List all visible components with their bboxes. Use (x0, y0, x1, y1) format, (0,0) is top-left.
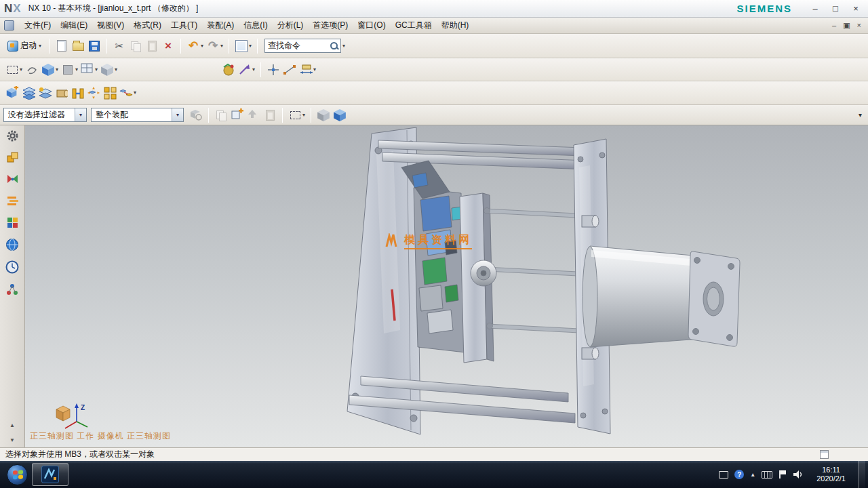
chevron-down-icon[interactable]: ▾ (75, 67, 78, 73)
help-icon[interactable]: ? (734, 470, 744, 479)
new-file-button[interactable] (54, 38, 70, 54)
true-shading-button[interactable] (220, 62, 237, 78)
mdi-close-button[interactable]: × (857, 21, 861, 30)
menu-item-help[interactable]: 帮助(H) (437, 18, 474, 33)
model-tie-bars[interactable] (484, 208, 580, 333)
copy-selection-button[interactable] (262, 107, 278, 123)
start-menu-button[interactable]: 启动 ▾ (4, 39, 45, 53)
view-orientation-button[interactable]: ▾ (99, 62, 119, 78)
measure-distance-button[interactable]: ▾ (298, 62, 317, 78)
mdi-restore-button[interactable]: ▣ (843, 21, 850, 30)
chevron-down-icon[interactable]: ▾ (134, 90, 136, 96)
view-triad[interactable]: Z (52, 400, 92, 432)
nx-taskbar-button[interactable] (32, 463, 68, 486)
hidden-icons-arrow-icon[interactable]: ▲ (750, 472, 755, 478)
cut-button[interactable]: ✂ (111, 38, 127, 54)
menu-item-window[interactable]: 窗口(O) (353, 18, 390, 33)
model-motor-flange[interactable] (688, 251, 740, 346)
snap-end-button[interactable] (281, 62, 298, 78)
component-group-button[interactable] (37, 85, 53, 101)
menu-item-information[interactable]: 信息(I) (239, 18, 272, 33)
model-motor[interactable] (583, 246, 707, 347)
menu-item-tools[interactable]: 工具(T) (166, 18, 202, 33)
menu-item-file[interactable]: 文件(F) (20, 18, 56, 33)
menu-item-edit[interactable]: 编辑(E) (56, 18, 92, 33)
copy-button[interactable] (127, 38, 144, 54)
taskbar-clock[interactable]: 16:11 2020/2/1 (810, 466, 852, 483)
shaded-view-button[interactable]: ▾ (40, 62, 60, 78)
toolbar-overflow-icon[interactable]: ▾ (859, 111, 865, 119)
chevron-down-icon[interactable]: ▾ (252, 67, 255, 73)
chevron-down-icon[interactable]: ▾ (56, 67, 58, 73)
paste-button[interactable] (144, 38, 160, 54)
menu-item-format[interactable]: 格式(R) (129, 18, 166, 33)
add-component-button[interactable] (4, 85, 20, 101)
search-icon[interactable] (330, 42, 338, 49)
open-file-button[interactable] (70, 38, 86, 54)
chevron-down-icon[interactable]: ▾ (75, 108, 86, 121)
assembly-navigator-icon[interactable] (6, 151, 19, 164)
model-coupling-disc[interactable] (471, 260, 496, 286)
volume-icon[interactable] (793, 470, 804, 479)
promote-selection-button[interactable] (245, 107, 262, 123)
search-options-button[interactable]: ▾ (341, 42, 347, 50)
menu-item-preferences[interactable]: 首选项(P) (308, 18, 353, 33)
window-layout-button[interactable]: ▾ (79, 62, 99, 78)
part-navigator-icon[interactable] (6, 195, 19, 207)
lasso-button[interactable] (24, 62, 40, 78)
explode-assembly-button[interactable]: ▾ (118, 85, 138, 101)
component-layers-button[interactable] (20, 85, 37, 101)
menu-item-analysis[interactable]: 分析(L) (273, 18, 309, 33)
work-part-button[interactable] (315, 107, 332, 123)
maximize-button[interactable]: □ (830, 3, 841, 14)
menu-item-view[interactable]: 视图(V) (92, 18, 129, 33)
input-method-icon[interactable] (762, 471, 772, 479)
chevron-down-icon[interactable]: ▾ (302, 113, 305, 118)
marquee-style-button[interactable]: ▾ (287, 107, 307, 123)
mdi-minimize-button[interactable]: – (832, 21, 836, 30)
menu-item-assemblies[interactable]: 装配(A) (202, 18, 239, 33)
graphics-viewport[interactable]: 模具资料网 Z 正三轴测图 工作 摄像机 正三轴测图 (25, 125, 868, 447)
system-materials-icon[interactable] (5, 283, 19, 296)
constraint-navigator-icon[interactable] (6, 173, 19, 186)
move-component-button[interactable] (85, 85, 102, 101)
vector-button[interactable]: ▾ (237, 62, 256, 78)
web-browser-icon[interactable] (5, 238, 19, 251)
chevron-down-icon[interactable]: ▾ (115, 67, 117, 73)
wave-geometry-button[interactable] (53, 85, 69, 101)
find-in-navigator-button[interactable] (188, 107, 204, 123)
show-desktop-button[interactable] (859, 461, 865, 488)
add-to-selection-button[interactable] (229, 107, 245, 123)
undo-button[interactable]: ↶ ▾ (185, 38, 205, 54)
select-previous-button[interactable] (213, 107, 229, 123)
action-center-flag-icon[interactable] (778, 470, 787, 479)
pattern-component-button[interactable] (102, 85, 118, 101)
chevron-down-icon[interactable]: ▾ (172, 108, 183, 121)
selection-scope-combo[interactable]: 整个装配 ▾ (91, 108, 184, 122)
assembly-constraints-button[interactable] (69, 85, 85, 101)
history-clock-icon[interactable] (5, 260, 19, 274)
chevron-down-icon[interactable]: ▾ (20, 67, 22, 73)
roles-gear-icon[interactable] (6, 129, 19, 142)
displayed-part-button[interactable] (332, 107, 348, 123)
start-button[interactable] (7, 464, 28, 485)
scroll-down-icon[interactable]: ▼ (9, 437, 15, 443)
redo-button[interactable]: ↷ ▾ (205, 38, 224, 54)
touch-mode-button[interactable]: ▾ (233, 38, 253, 54)
menu-item-gc-toolbox[interactable]: GC工具箱 (391, 18, 437, 33)
notes-icon[interactable] (820, 450, 829, 459)
scroll-up-icon[interactable]: ▲ (9, 422, 15, 428)
chevron-down-icon[interactable]: ▾ (201, 43, 203, 49)
mold-assembly-model[interactable] (312, 127, 760, 445)
reuse-library-icon[interactable] (6, 216, 19, 229)
snap-point-button[interactable] (265, 62, 281, 78)
part-document-icon[interactable] (4, 20, 14, 30)
command-search-input[interactable] (265, 40, 330, 52)
delete-button[interactable]: × (160, 38, 176, 54)
chevron-down-icon[interactable]: ▾ (95, 67, 98, 73)
save-button[interactable] (86, 38, 102, 54)
chevron-down-icon[interactable]: ▾ (313, 67, 316, 73)
network-monitor-icon[interactable] (719, 471, 728, 479)
marquee-select-button[interactable]: ▾ (4, 62, 24, 78)
close-button[interactable]: × (850, 3, 861, 14)
